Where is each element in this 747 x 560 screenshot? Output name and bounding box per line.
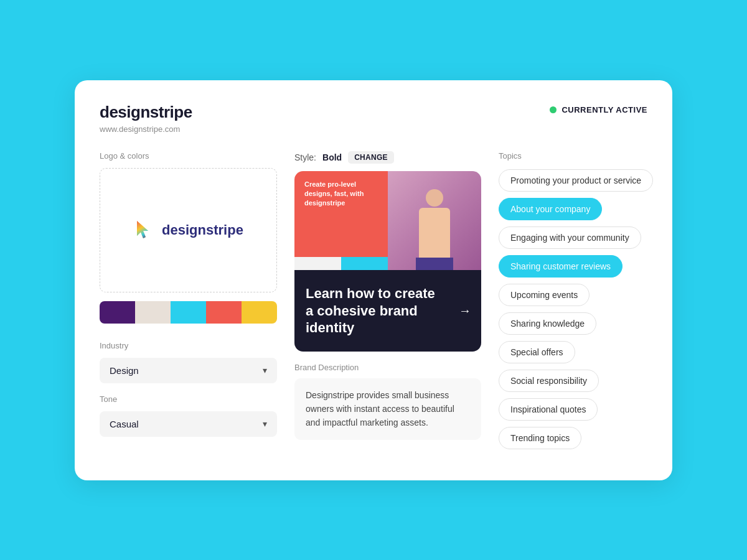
topic-chip[interactable]: Trending topics <box>499 427 581 449</box>
industry-section: Industry Design ▾ <box>100 341 277 383</box>
topic-row: About your company <box>499 198 653 220</box>
person-body <box>419 208 450 258</box>
arrow-right-icon[interactable]: → <box>459 304 471 318</box>
preview-top: Create pro-level designs, fast, with des… <box>294 171 481 271</box>
topic-row: Trending topics <box>499 427 653 449</box>
style-label: Style: <box>294 152 316 162</box>
swatch-cream <box>135 301 171 324</box>
person-skirt <box>416 258 453 270</box>
logo-box: designstripe <box>100 168 277 292</box>
tone-label: Tone <box>100 394 277 404</box>
tone-value: Casual <box>110 419 139 429</box>
logo-colors-label: Logo & colors <box>100 151 277 161</box>
preview-headline: Learn how to create a cohesive brand ide… <box>306 285 443 337</box>
preview-top-text: Create pro-level designs, fast, with des… <box>304 180 378 208</box>
logo-brand-text: designstripe <box>162 222 243 238</box>
topics-label: Topics <box>499 151 653 161</box>
status-label: CURRENTLY ACTIVE <box>561 105 647 114</box>
preview-bottom: Learn how to create a cohesive brand ide… <box>294 270 481 352</box>
tone-dropdown[interactable]: Casual ▾ <box>100 411 277 437</box>
chevron-down-icon: ▾ <box>263 365 267 375</box>
topic-chip[interactable]: Engaging with your community <box>499 226 641 249</box>
header: designstripe www.designstripe.com CURREN… <box>100 103 647 134</box>
topic-chip[interactable]: Sharing knowledge <box>499 312 596 335</box>
industry-label: Industry <box>100 341 277 350</box>
change-button[interactable]: CHANGE <box>348 151 394 164</box>
style-value: Bold <box>322 152 342 162</box>
topic-chip[interactable]: Inspirational quotes <box>499 398 598 421</box>
brand-name: designstripe <box>100 103 192 122</box>
preview-top-left: Create pro-level designs, fast, with des… <box>294 171 388 271</box>
status-dot-icon <box>550 106 557 113</box>
topic-row: Sharing knowledgeSpecial offers <box>499 312 653 363</box>
color-swatches <box>100 301 277 324</box>
swatch-purple <box>100 301 135 324</box>
brand-desc-text: Designstripe provides small business own… <box>294 378 481 440</box>
brand-desc-section: Brand Description Designstripe provides … <box>294 363 481 440</box>
left-column: Logo & colors <box>100 151 277 455</box>
industry-dropdown[interactable]: Design ▾ <box>100 358 277 383</box>
middle-column: Style: Bold CHANGE Create pro-level desi… <box>294 151 481 455</box>
main-layout: Logo & colors <box>100 151 647 455</box>
brand-url: www.designstripe.com <box>100 124 192 134</box>
preview-card: Create pro-level designs, fast, with des… <box>294 171 481 352</box>
topic-row: Sharing customer reviews <box>499 255 653 278</box>
swatch-yellow <box>242 301 277 324</box>
swatch-coral <box>206 301 242 324</box>
topic-chip[interactable]: Sharing customer reviews <box>499 255 622 278</box>
preview-person <box>388 171 481 271</box>
main-card: designstripe www.designstripe.com CURREN… <box>75 80 672 480</box>
preview-top-right <box>388 171 481 271</box>
topic-row: Engaging with your community <box>499 226 653 249</box>
person-head <box>426 189 443 207</box>
topic-row: Inspirational quotes <box>499 398 653 421</box>
style-row: Style: Bold CHANGE <box>294 151 481 164</box>
designstripe-logo-icon <box>133 218 157 242</box>
tone-section: Tone Casual ▾ <box>100 394 277 437</box>
topic-row: Promoting your product or service <box>499 169 653 192</box>
right-column: Topics Promoting your product or service… <box>499 151 653 455</box>
topic-row: Upcoming events <box>499 284 653 306</box>
chevron-down-icon-tone: ▾ <box>263 419 267 429</box>
logo-inner: designstripe <box>133 218 243 242</box>
status-badge: CURRENTLY ACTIVE <box>550 105 647 114</box>
svg-marker-1 <box>137 221 148 238</box>
industry-value: Design <box>110 365 139 376</box>
brand-info: designstripe www.designstripe.com <box>100 103 192 134</box>
topics-grid: Promoting your product or serviceAbout y… <box>499 169 653 455</box>
topic-chip[interactable]: Social responsibility <box>499 370 599 392</box>
topic-chip[interactable]: Upcoming events <box>499 284 590 306</box>
topic-chip[interactable]: Promoting your product or service <box>499 169 653 192</box>
brand-desc-label: Brand Description <box>294 363 481 372</box>
topic-row: Social responsibility <box>499 370 653 392</box>
topic-chip[interactable]: About your company <box>499 198 602 220</box>
person-figure-icon <box>413 189 456 270</box>
topic-chip[interactable]: Special offers <box>499 341 575 363</box>
swatch-cyan <box>171 301 206 324</box>
